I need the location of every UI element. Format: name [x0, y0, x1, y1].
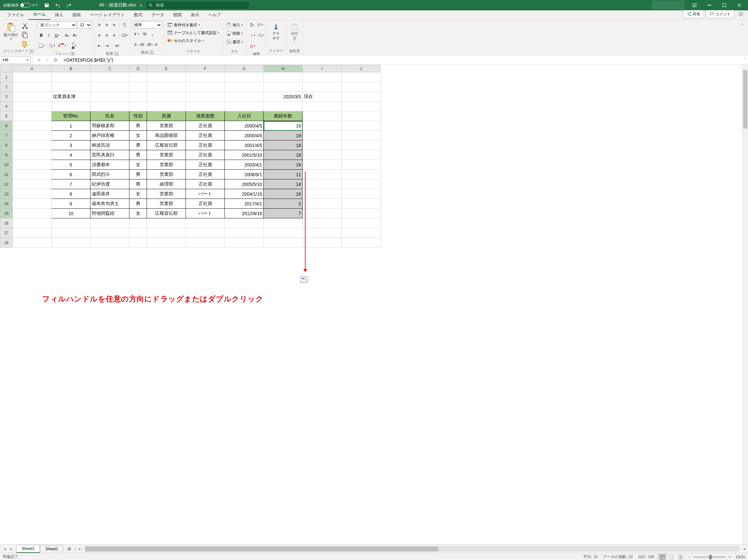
- zoom-in-button[interactable]: +: [728, 555, 731, 559]
- cell[interactable]: 氏名: [91, 111, 130, 121]
- cell[interactable]: [130, 92, 147, 101]
- sensitivity-button[interactable]: 秘密 度▾: [287, 21, 302, 48]
- cell[interactable]: [147, 72, 186, 82]
- cell[interactable]: [13, 82, 52, 92]
- col-header[interactable]: J: [342, 65, 380, 72]
- cell[interactable]: 広報宣伝部: [147, 140, 186, 150]
- cell[interactable]: [225, 72, 264, 82]
- maximize-icon[interactable]: [717, 0, 732, 10]
- cell[interactable]: 商品開発部: [147, 131, 186, 140]
- cell[interactable]: 2003/4/1: [225, 160, 264, 170]
- cell[interactable]: [52, 82, 91, 92]
- cell[interactable]: 所属: [147, 111, 186, 121]
- cell[interactable]: 勤続年数: [264, 111, 303, 121]
- cell[interactable]: [225, 101, 264, 111]
- cell[interactable]: パート: [186, 189, 225, 199]
- cell[interactable]: [342, 189, 380, 199]
- row-header[interactable]: 4: [0, 101, 13, 111]
- cell[interactable]: [91, 82, 130, 92]
- cell[interactable]: 2008/9/1: [225, 170, 264, 180]
- cell[interactable]: 営業部: [147, 170, 186, 180]
- zoom-level[interactable]: 100%: [735, 555, 745, 559]
- cell[interactable]: 対他阿藍紺: [91, 209, 130, 218]
- cell[interactable]: [13, 121, 52, 131]
- cell[interactable]: 3: [52, 140, 91, 150]
- save-icon[interactable]: [42, 1, 51, 10]
- horizontal-scrollbar[interactable]: [85, 546, 739, 552]
- cell[interactable]: [130, 101, 147, 111]
- cell[interactable]: 16: [264, 189, 303, 199]
- row-header[interactable]: 18: [0, 238, 13, 248]
- cell[interactable]: 営業部: [147, 150, 186, 160]
- cell[interactable]: [303, 199, 342, 209]
- format-cells-button[interactable]: 書式▾: [225, 38, 244, 45]
- row-header[interactable]: 17: [0, 228, 13, 238]
- font-launcher[interactable]: ⬊: [70, 52, 74, 56]
- cell[interactable]: [91, 238, 130, 248]
- col-header[interactable]: G: [225, 65, 264, 72]
- cell[interactable]: [264, 228, 303, 238]
- cell[interactable]: 納戸緋衣椎: [91, 131, 130, 140]
- cell[interactable]: [147, 228, 186, 238]
- cell[interactable]: [13, 72, 52, 82]
- shrink-font-icon[interactable]: A▾: [71, 32, 78, 39]
- tab-review[interactable]: 校閲: [169, 10, 186, 20]
- copy-icon[interactable]: [21, 31, 28, 38]
- cell[interactable]: [342, 101, 380, 111]
- autosum-button[interactable]: Σ▾: [249, 21, 256, 28]
- page-break-view-icon[interactable]: [676, 553, 685, 560]
- cell[interactable]: [342, 209, 380, 218]
- cell[interactable]: 正社員: [186, 131, 225, 140]
- cell[interactable]: [130, 82, 147, 92]
- share-button[interactable]: 共有: [683, 10, 704, 18]
- tab-draw[interactable]: 描画: [68, 10, 85, 20]
- row-header[interactable]: 8: [0, 140, 13, 150]
- cell[interactable]: [147, 218, 186, 228]
- cell[interactable]: [186, 101, 225, 111]
- cell[interactable]: [13, 101, 52, 111]
- cell[interactable]: 2017/4/1: [225, 199, 264, 209]
- align-top-icon[interactable]: ≡: [96, 21, 103, 28]
- cell[interactable]: [147, 238, 186, 248]
- cell[interactable]: [186, 238, 225, 248]
- cell[interactable]: 男: [130, 180, 147, 189]
- cell[interactable]: [303, 238, 342, 248]
- cut-icon[interactable]: [21, 22, 28, 29]
- sheet-nav-next-icon[interactable]: ▸: [8, 546, 14, 552]
- cell[interactable]: [342, 160, 380, 170]
- cell[interactable]: [342, 170, 380, 180]
- cell[interactable]: 男: [130, 170, 147, 180]
- insert-cells-button[interactable]: 挿入▾: [225, 21, 244, 28]
- cell[interactable]: [303, 218, 342, 228]
- comma-button[interactable]: ,: [149, 30, 156, 38]
- cell[interactable]: 羽蘇根多郎: [91, 121, 130, 131]
- cell[interactable]: 4: [52, 150, 91, 160]
- italic-button[interactable]: I: [45, 32, 52, 39]
- cell[interactable]: [342, 218, 380, 228]
- cell[interactable]: 7: [264, 209, 303, 218]
- col-header[interactable]: E: [147, 65, 186, 72]
- fill-button[interactable]: ▾: [249, 32, 256, 39]
- cell[interactable]: 蔵布衣句房土: [91, 199, 130, 209]
- cell[interactable]: 7: [52, 180, 91, 189]
- cell[interactable]: 経理部: [147, 180, 186, 189]
- cell[interactable]: [91, 92, 130, 101]
- cell[interactable]: [342, 111, 380, 121]
- cell[interactable]: 5: [52, 160, 91, 170]
- cancel-formula-icon[interactable]: ✕: [35, 56, 43, 64]
- cell[interactable]: 正社員: [186, 170, 225, 180]
- cell[interactable]: [342, 131, 380, 140]
- cell[interactable]: 男: [130, 199, 147, 209]
- cell[interactable]: 2004/1/15: [225, 189, 264, 199]
- cell[interactable]: 18: [264, 140, 303, 150]
- name-box[interactable]: H6▼: [1, 56, 30, 64]
- cell[interactable]: [225, 82, 264, 92]
- autofill-options-button[interactable]: [300, 276, 307, 282]
- sort-filter-button[interactable]: ▾: [256, 21, 264, 28]
- cell[interactable]: 8: [52, 189, 91, 199]
- cell[interactable]: 2020/3/5: [264, 92, 303, 101]
- cell[interactable]: 管理No.: [52, 111, 91, 121]
- cell[interactable]: 営業部: [147, 121, 186, 131]
- cell[interactable]: [342, 82, 380, 92]
- font-size-select[interactable]: 12: [77, 21, 92, 28]
